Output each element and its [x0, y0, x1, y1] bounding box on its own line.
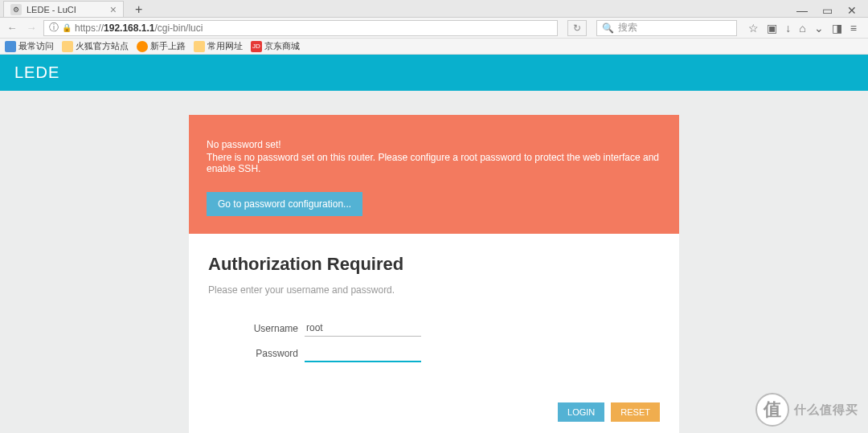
form-actions: LOGIN RESET	[189, 370, 679, 422]
url-input[interactable]: ⓘ 🔒 https://192.168.1.1/cgi-bin/luci	[43, 20, 558, 36]
login-button[interactable]: LOGIN	[558, 402, 604, 422]
page-viewport: LEDE No password set! There is no passwo…	[0, 55, 868, 433]
back-icon[interactable]: ←	[5, 22, 19, 34]
folder-icon	[194, 41, 205, 52]
search-placeholder: 搜索	[618, 21, 637, 35]
bookmark-most-visited[interactable]: 最常访问	[5, 40, 54, 52]
app-header: LEDE	[0, 55, 868, 91]
watermark-badge: 值	[755, 393, 789, 427]
auth-section: Authorization Required Please enter your…	[189, 254, 679, 362]
password-input[interactable]	[305, 345, 421, 362]
tab-favicon: ⚙	[10, 4, 22, 15]
search-icon: 🔍	[602, 22, 614, 34]
forward-icon: →	[24, 22, 39, 34]
password-label: Password	[208, 348, 305, 359]
bookmark-label: 常用网址	[207, 40, 243, 52]
bookmark-jd[interactable]: JD京东商城	[251, 40, 300, 52]
reset-button[interactable]: RESET	[611, 402, 660, 422]
url-path: /cgi-bin/luci	[154, 22, 203, 34]
auth-heading: Authorization Required	[208, 254, 660, 275]
bookmark-label: 京东商城	[264, 40, 300, 52]
close-window-icon[interactable]: ✕	[847, 4, 857, 17]
firefox-icon	[137, 41, 148, 52]
warning-title: No password set!	[207, 139, 661, 150]
bookmark-getting-started[interactable]: 新手上路	[137, 40, 186, 52]
home-icon[interactable]: ⌂	[799, 22, 805, 35]
bookmark-firefox[interactable]: 火狐官方站点	[62, 40, 129, 52]
watermark-char: 值	[764, 398, 781, 422]
sidebar-icon[interactable]: ◨	[832, 22, 842, 35]
library-icon[interactable]: ▣	[767, 22, 777, 35]
bookmarks-bar: 最常访问 火狐官方站点 新手上路 常用网址 JD京东商城	[0, 39, 868, 55]
pocket-icon[interactable]: ⌄	[814, 22, 824, 35]
refresh-button[interactable]: ↻	[567, 20, 587, 36]
menu-icon[interactable]: ≡	[850, 22, 857, 35]
url-prefix: https://	[75, 22, 104, 34]
bookmark-common[interactable]: 常用网址	[194, 40, 243, 52]
browser-tab-strip: ⚙ LEDE - LuCI × + — ▭ ✕	[0, 0, 868, 18]
minimize-icon[interactable]: —	[796, 4, 808, 17]
url-host: 192.168.1.1	[104, 22, 154, 34]
username-row: Username	[208, 320, 660, 337]
bookmark-label: 火狐官方站点	[76, 40, 129, 52]
jd-icon: JD	[251, 41, 262, 52]
username-input[interactable]	[305, 320, 421, 337]
auth-hint: Please enter your username and password.	[208, 284, 660, 296]
bookmark-label: 最常访问	[18, 40, 54, 52]
browser-tab[interactable]: ⚙ LEDE - LuCI ×	[3, 1, 124, 17]
maximize-icon[interactable]: ▭	[822, 4, 833, 17]
password-row: Password	[208, 345, 660, 362]
warning-banner: No password set! There is no password se…	[189, 115, 679, 234]
watermark: 值 什么值得买	[755, 393, 858, 427]
tab-close-icon[interactable]: ×	[110, 3, 117, 16]
bookmark-star-icon[interactable]: ☆	[748, 22, 759, 35]
app-brand: LEDE	[14, 63, 59, 82]
folder-icon	[5, 41, 16, 52]
info-icon[interactable]: ⓘ	[49, 21, 59, 35]
browser-search-input[interactable]: 🔍 搜索	[596, 20, 737, 36]
folder-icon	[62, 41, 73, 52]
download-icon[interactable]: ↓	[785, 22, 791, 35]
new-tab-button[interactable]: +	[130, 2, 147, 17]
lock-icon: 🔒	[62, 23, 72, 32]
watermark-text: 什么值得买	[794, 402, 858, 418]
browser-nav-bar: ← → ⓘ 🔒 https://192.168.1.1/cgi-bin/luci…	[0, 18, 868, 39]
main-panel: No password set! There is no password se…	[189, 115, 679, 433]
password-config-button[interactable]: Go to password configuration...	[207, 192, 362, 216]
bookmark-label: 新手上路	[150, 40, 186, 52]
warning-message: There is no password set on this router.…	[207, 152, 661, 174]
tab-title: LEDE - LuCI	[27, 5, 76, 14]
username-label: Username	[208, 323, 305, 334]
